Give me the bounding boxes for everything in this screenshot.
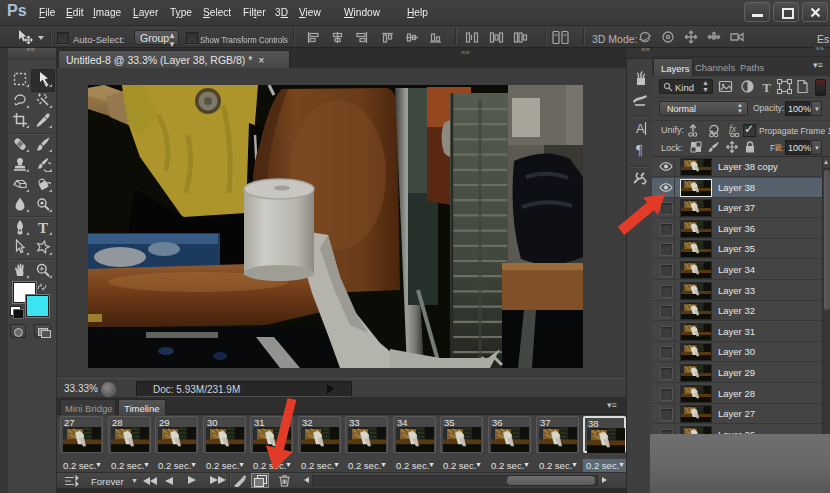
svg-text:¶: ¶ (636, 143, 643, 158)
svg-text:A: A (636, 121, 645, 136)
svg-text:fx: fx (729, 123, 737, 134)
svg-text:T: T (38, 220, 48, 236)
svg-text:T: T (762, 80, 771, 95)
